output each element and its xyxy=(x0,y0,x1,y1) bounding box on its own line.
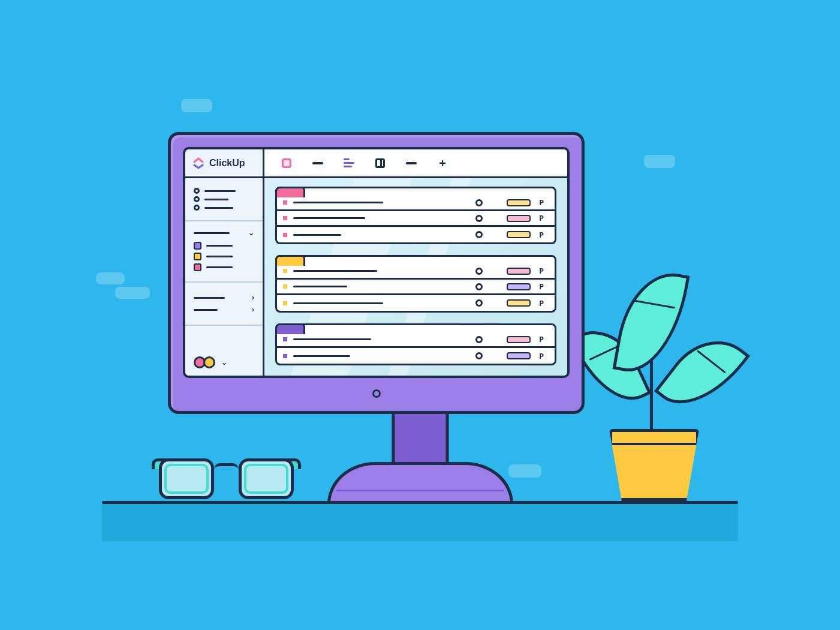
monitor-base xyxy=(327,462,513,504)
cloud-deco xyxy=(508,464,541,478)
sidebar-collapsible: › › xyxy=(185,283,263,326)
task-title xyxy=(293,355,350,357)
cloud-deco xyxy=(96,272,125,284)
chevron-right-icon: › xyxy=(252,293,254,302)
spaces-header[interactable]: ⌄ xyxy=(194,229,254,237)
monitor-power-led xyxy=(372,389,381,398)
nav-item[interactable] xyxy=(194,196,254,202)
task-status-dot xyxy=(283,301,287,305)
assignee-avatar[interactable] xyxy=(475,215,483,222)
view-board-icon[interactable] xyxy=(375,158,386,169)
plant-pot xyxy=(609,429,699,501)
task-tag[interactable] xyxy=(507,336,531,343)
nav-item[interactable] xyxy=(194,188,254,194)
task-row[interactable]: P xyxy=(277,264,555,280)
space-item[interactable] xyxy=(194,253,254,260)
task-tag[interactable] xyxy=(507,215,531,222)
view-tabs: + xyxy=(264,149,567,176)
space-item[interactable] xyxy=(194,263,254,271)
task-status-dot xyxy=(283,337,287,341)
assignee-avatar[interactable] xyxy=(475,231,483,238)
task-row[interactable]: P xyxy=(277,280,555,295)
app-name-label: ClickUp xyxy=(209,158,245,169)
avatar-icon xyxy=(203,356,215,368)
task-tag[interactable] xyxy=(507,231,531,238)
task-status-dot xyxy=(283,200,287,205)
task-row[interactable]: P xyxy=(277,348,555,364)
view-gantt-icon[interactable] xyxy=(344,158,354,169)
priority-flag[interactable]: P xyxy=(539,335,544,344)
task-tag[interactable] xyxy=(507,283,531,290)
assignee-avatar[interactable] xyxy=(475,336,483,343)
task-title xyxy=(293,338,371,340)
clickup-logo-icon xyxy=(192,157,204,169)
view-tab-spacer xyxy=(312,158,323,169)
priority-flag[interactable]: P xyxy=(539,230,544,239)
desk-shadow xyxy=(102,504,738,541)
monitor-neck xyxy=(392,411,448,463)
cloud-deco xyxy=(644,155,675,168)
sidebar-nav xyxy=(185,178,263,221)
task-tag[interactable] xyxy=(507,352,531,359)
monitor-frame: ClickUp + xyxy=(168,132,585,414)
task-row[interactable]: P xyxy=(277,196,555,211)
cloud-deco xyxy=(181,99,212,112)
view-list-icon[interactable] xyxy=(281,158,292,169)
collapsible-item[interactable]: › xyxy=(194,293,254,302)
task-tag[interactable] xyxy=(507,299,531,307)
task-title xyxy=(293,302,383,304)
assignee-avatar[interactable] xyxy=(475,352,483,359)
task-status-dot xyxy=(283,216,287,220)
status-group: PPP xyxy=(275,255,556,313)
priority-flag[interactable]: P xyxy=(539,198,544,207)
priority-flag[interactable]: P xyxy=(539,352,544,361)
task-title xyxy=(293,234,341,236)
task-row[interactable]: P xyxy=(277,295,555,311)
priority-flag[interactable]: P xyxy=(539,299,544,308)
sidebar-spaces: ⌄ xyxy=(185,221,263,283)
task-title xyxy=(293,286,347,287)
chevron-right-icon: › xyxy=(252,305,254,314)
app-logo[interactable]: ClickUp xyxy=(185,149,264,176)
task-status-dot xyxy=(283,284,287,289)
task-tag[interactable] xyxy=(507,268,531,275)
status-group: PPP xyxy=(275,187,556,244)
priority-flag[interactable]: P xyxy=(539,266,544,275)
priority-flag[interactable]: P xyxy=(539,282,544,291)
sidebar-profile[interactable]: ⌄ xyxy=(185,349,263,376)
task-row[interactable]: P xyxy=(277,332,555,348)
task-title xyxy=(293,217,365,219)
glasses-illustration xyxy=(159,452,294,499)
assignee-avatar[interactable] xyxy=(475,268,483,275)
add-view-button[interactable]: + xyxy=(437,158,448,169)
task-list-view: PPPPPPPP xyxy=(264,178,567,376)
priority-flag[interactable]: P xyxy=(539,214,544,223)
sidebar: ⌄ › › ⌄ xyxy=(185,178,264,376)
collapsible-item[interactable]: › xyxy=(194,305,254,314)
status-group-header[interactable] xyxy=(275,323,305,334)
task-title xyxy=(293,270,377,272)
chevron-down-icon: ⌄ xyxy=(248,229,254,237)
task-status-dot xyxy=(283,354,287,358)
status-group: PP xyxy=(275,323,556,365)
space-item[interactable] xyxy=(194,242,254,250)
chevron-down-icon: ⌄ xyxy=(221,358,227,367)
status-group-header[interactable] xyxy=(275,187,305,197)
app-topbar: ClickUp + xyxy=(185,149,567,178)
view-tab-spacer xyxy=(406,158,417,169)
assignee-avatar[interactable] xyxy=(475,283,483,290)
status-group-header[interactable] xyxy=(275,255,305,266)
task-status-dot xyxy=(283,233,287,237)
plant-illustration xyxy=(573,258,729,432)
app-screen: ClickUp + xyxy=(183,147,570,378)
nav-item[interactable] xyxy=(194,205,254,211)
task-title xyxy=(293,202,383,203)
task-status-dot xyxy=(283,269,287,273)
cloud-deco xyxy=(115,287,150,299)
assignee-avatar[interactable] xyxy=(475,299,483,307)
task-tag[interactable] xyxy=(507,199,531,206)
assignee-avatar[interactable] xyxy=(475,199,483,206)
task-row[interactable]: P xyxy=(277,211,555,227)
task-row[interactable]: P xyxy=(277,227,555,242)
